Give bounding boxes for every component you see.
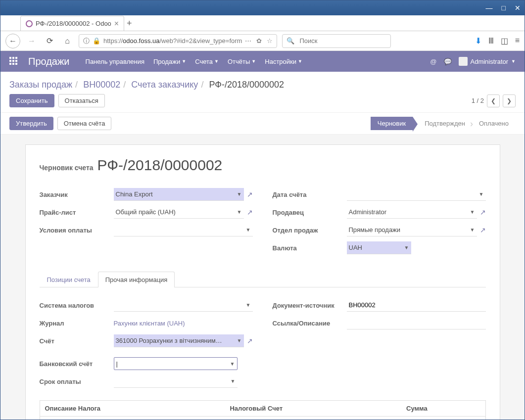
chevron-down-icon[interactable]: ▼ xyxy=(230,361,235,367)
customer-select[interactable]: China Export▼ xyxy=(114,188,244,201)
fiscal-position-select[interactable]: ▼ xyxy=(114,299,253,312)
label-journal: Журнал xyxy=(40,320,114,327)
pager-prev-button[interactable]: ❮ xyxy=(487,94,500,107)
external-link-icon[interactable]: ↗ xyxy=(247,337,253,345)
chevron-down-icon[interactable]: ▼ xyxy=(237,338,242,343)
window-minimize-icon[interactable]: — xyxy=(486,4,493,12)
browser-tab[interactable]: РФ-/2018/0000002 - Odoo × xyxy=(20,16,124,31)
window-close-icon[interactable]: ✕ xyxy=(515,4,521,12)
chevron-down-icon[interactable]: ▼ xyxy=(231,378,236,384)
menu-sales[interactable]: Продажи▼ xyxy=(153,58,186,65)
chevron-down-icon[interactable]: ▼ xyxy=(246,227,251,233)
site-info-icon[interactable]: ⓘ xyxy=(83,37,90,46)
pager-text[interactable]: 1 / 2 xyxy=(472,97,484,104)
new-tab-button[interactable]: + xyxy=(124,18,134,31)
crumb-invoices[interactable]: Счета заказчику xyxy=(131,80,198,90)
page-title: РФ-/2018/0000002 xyxy=(97,157,223,174)
external-link-icon[interactable]: ↗ xyxy=(247,208,253,216)
col-tax-account: Налоговый Счет xyxy=(225,401,401,417)
source-doc-input[interactable] xyxy=(347,299,486,312)
payment-terms-select[interactable]: ▼ xyxy=(114,224,253,236)
col-tax-desc: Описание Налога xyxy=(40,401,225,417)
crumb-order[interactable]: ВН00002 xyxy=(83,80,120,90)
chevron-down-icon[interactable]: ▼ xyxy=(237,191,242,197)
browser-tab-strip: РФ-/2018/0000002 - Odoo × + xyxy=(0,15,525,31)
account-select[interactable]: 361000 Розрахунки з вітчизняними пок▼ xyxy=(114,334,244,347)
status-draft[interactable]: Черновик xyxy=(371,117,413,130)
search-icon: 🔍 xyxy=(286,37,294,45)
tab-close-icon[interactable]: × xyxy=(114,19,119,28)
address-bar[interactable]: ⓘ 🔒 https://odoo.foss.ua/web?#id=2&view_… xyxy=(79,34,277,48)
user-menu[interactable]: Administrator ▼ xyxy=(459,57,516,66)
bookmark-icon[interactable]: ☆ xyxy=(267,37,273,45)
downloads-icon[interactable]: ⬇ xyxy=(475,36,481,46)
chevron-down-icon[interactable]: ▼ xyxy=(470,209,475,215)
app-name[interactable]: Продажи xyxy=(28,56,70,67)
tracking-icon[interactable]: ✿ xyxy=(256,37,262,45)
external-link-icon[interactable]: ↗ xyxy=(480,208,486,216)
home-button[interactable]: ⌂ xyxy=(61,35,74,47)
due-date-input[interactable]: ▼ xyxy=(114,375,238,388)
menu-icon[interactable]: ≡ xyxy=(515,36,520,46)
confirm-button[interactable]: Утвердить xyxy=(9,117,53,130)
pricelist-select[interactable]: Общий прайс (UAH)▼ xyxy=(114,206,244,219)
label-payment-terms: Условия оплаты xyxy=(40,227,114,234)
status-bar: Черновик Подтвержден Оплачено xyxy=(371,117,516,130)
status-paid[interactable]: Оплачено xyxy=(472,117,516,130)
odoo-navbar: Продажи Панель управления Продажи▼ Счета… xyxy=(0,51,525,72)
external-link-icon[interactable]: ↗ xyxy=(480,226,486,234)
menu-reports[interactable]: Отчёты▼ xyxy=(228,58,256,65)
reload-button[interactable]: ⟳ xyxy=(43,35,56,47)
table-row[interactable] xyxy=(40,417,485,420)
label-customer: Заказчик xyxy=(40,191,114,198)
journal-value: Рахунки клієнтам (UAH) xyxy=(114,320,185,327)
at-icon[interactable]: @ xyxy=(430,58,436,65)
browser-toolbar: ← → ⟳ ⌂ ⓘ 🔒 https://odoo.foss.ua/web?#id… xyxy=(0,31,525,51)
sales-team-select[interactable]: Прямые продажи▼ xyxy=(347,224,477,236)
external-link-icon[interactable]: ↗ xyxy=(247,190,253,198)
chevron-down-icon[interactable]: ▼ xyxy=(246,302,251,308)
search-box[interactable]: 🔍 xyxy=(282,34,391,48)
tab-other-info[interactable]: Прочая информация xyxy=(98,272,175,287)
url-text: https://odoo.foss.ua/web?#id=2&view_type… xyxy=(103,37,242,45)
tab-invoice-lines[interactable]: Позиции счета xyxy=(40,272,98,287)
crumb-orders[interactable]: Заказы продаж xyxy=(9,80,72,90)
save-button[interactable]: Сохранить xyxy=(9,94,54,107)
label-pricelist: Прайс-лист xyxy=(40,209,114,216)
tax-table: Описание Налога Налоговый Счет Сумма xyxy=(40,400,486,420)
odoo-favicon-icon xyxy=(26,20,33,27)
window-maximize-icon[interactable]: □ xyxy=(502,4,506,12)
label-due-date: Срок оплаты xyxy=(40,378,114,385)
menu-settings[interactable]: Настройки▼ xyxy=(265,58,302,65)
chevron-down-icon[interactable]: ▼ xyxy=(404,245,409,250)
breadcrumb: Заказы продаж/ ВН00002/ Счета заказчику/… xyxy=(9,80,284,90)
search-input[interactable] xyxy=(297,35,386,47)
reader-mode-icon[interactable]: ⋯ xyxy=(245,37,251,45)
back-button[interactable]: ← xyxy=(5,34,20,48)
menu-invoices[interactable]: Счета▼ xyxy=(195,58,219,65)
chat-icon[interactable]: 💬 xyxy=(444,58,452,65)
avatar-icon xyxy=(459,57,468,66)
apps-switcher-icon[interactable] xyxy=(9,57,18,66)
label-currency: Валюта xyxy=(273,244,347,252)
chevron-down-icon[interactable]: ▼ xyxy=(470,227,475,233)
reference-input[interactable] xyxy=(347,317,486,329)
invoice-date-input[interactable]: ▼ xyxy=(347,188,486,201)
sidebar-icon[interactable]: ◫ xyxy=(501,36,508,46)
library-icon[interactable]: Ⅲ xyxy=(488,36,494,46)
bank-account-select[interactable]: |▼ xyxy=(114,357,238,370)
pager-next-button[interactable]: ❯ xyxy=(503,94,516,107)
discard-button[interactable]: Отказаться xyxy=(58,94,105,107)
chevron-down-icon[interactable]: ▼ xyxy=(479,191,484,197)
forward-button[interactable]: → xyxy=(25,35,38,47)
col-tax-amount: Сумма xyxy=(401,401,471,417)
currency-select[interactable]: UAH▼ xyxy=(347,241,411,254)
menu-dashboard[interactable]: Панель управления xyxy=(86,58,144,65)
user-name: Administrator xyxy=(471,58,509,65)
label-reference: Ссылка/Описание xyxy=(273,320,347,327)
cancel-invoice-button[interactable]: Отмена счёта xyxy=(57,117,112,130)
label-salesperson: Продавец xyxy=(273,209,347,216)
chevron-down-icon[interactable]: ▼ xyxy=(237,209,242,215)
salesperson-select[interactable]: Administrator▼ xyxy=(347,206,477,219)
status-confirmed[interactable]: Подтвержден xyxy=(418,117,472,130)
